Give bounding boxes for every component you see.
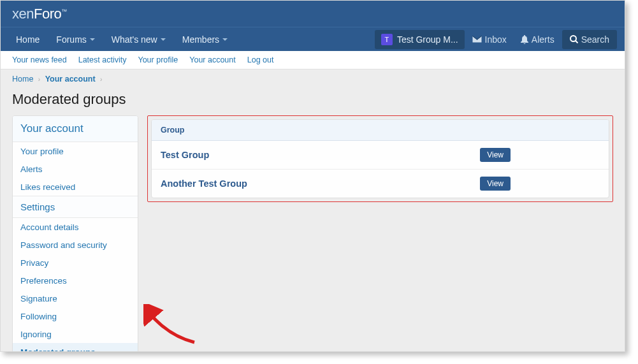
view-button[interactable]: View: [480, 148, 511, 162]
subnav-newsfeed[interactable]: Your news feed: [12, 55, 67, 64]
breadcrumb-account[interactable]: Your account: [45, 75, 96, 84]
chevron-right-icon: ›: [100, 76, 102, 83]
header-top: xenForo™: [1, 1, 625, 27]
search-button[interactable]: Search: [562, 30, 617, 49]
chevron-down-icon: [222, 38, 228, 41]
breadcrumb-home[interactable]: Home: [12, 75, 33, 84]
avatar: T: [381, 34, 393, 45]
sidebar-item-privacy[interactable]: Privacy: [13, 254, 138, 272]
subnav-logout[interactable]: Log out: [247, 55, 274, 64]
groups-table: Group Test Group View Another Test Group…: [151, 119, 609, 198]
nav-members[interactable]: Members: [175, 29, 235, 50]
logo-tm: ™: [61, 8, 67, 14]
user-menu[interactable]: T Test Group M...: [375, 30, 465, 49]
nav-right: T Test Group M... Inbox Alerts Search: [375, 30, 617, 49]
inbox-button[interactable]: Inbox: [466, 30, 513, 49]
main-content: Group Test Group View Another Test Group…: [147, 115, 613, 202]
table-row: Test Group View: [152, 141, 609, 170]
sidebar-item-preferences[interactable]: Preferences: [13, 272, 138, 289]
view-button[interactable]: View: [480, 177, 511, 191]
logo-suffix: Foro: [34, 6, 61, 22]
breadcrumb: Home › Your account ›: [1, 69, 625, 89]
sidebar-item-signature[interactable]: Signature: [13, 289, 138, 307]
envelope-icon: [472, 36, 482, 43]
sub-nav: Your news feed Latest activity Your prof…: [1, 51, 625, 69]
bell-icon: [521, 35, 528, 44]
main-nav: Home Forums What's new Members T Test Gr…: [1, 27, 625, 51]
highlight-annotation: Group Test Group View Another Test Group…: [147, 115, 613, 202]
svg-point-0: [570, 36, 576, 41]
search-icon: [570, 35, 578, 43]
chevron-down-icon: [161, 38, 166, 41]
sidebar-header: Your account: [13, 116, 138, 142]
sidebar-item-moderated-groups[interactable]: Moderated groups: [13, 343, 138, 352]
subnav-latest[interactable]: Latest activity: [78, 55, 127, 64]
alerts-button[interactable]: Alerts: [514, 30, 561, 49]
chevron-right-icon: ›: [38, 76, 40, 83]
group-link[interactable]: Test Group: [161, 150, 209, 160]
sidebar-item-likes[interactable]: Likes received: [13, 178, 138, 196]
subnav-profile[interactable]: Your profile: [138, 55, 178, 64]
group-link[interactable]: Another Test Group: [161, 178, 247, 189]
table-row: Another Test Group View: [152, 170, 609, 198]
sidebar-item-following[interactable]: Following: [13, 307, 138, 325]
sidebar-item-profile[interactable]: Your profile: [13, 142, 138, 160]
nav-home[interactable]: Home: [8, 29, 47, 50]
logo-prefix: xen: [12, 6, 34, 22]
sidebar: Your account Your profile Alerts Likes r…: [12, 115, 138, 352]
sidebar-item-ignoring[interactable]: Ignoring: [13, 325, 138, 343]
sidebar-item-account-details[interactable]: Account details: [13, 218, 138, 236]
logo[interactable]: xenForo™: [12, 6, 67, 22]
sidebar-item-alerts[interactable]: Alerts: [13, 160, 138, 178]
sidebar-item-password[interactable]: Password and security: [13, 236, 138, 254]
user-name: Test Group M...: [397, 34, 458, 45]
sidebar-subheader-settings: Settings: [13, 196, 138, 218]
nav-left: Home Forums What's new Members: [8, 29, 235, 50]
sidebar-block: Your account Your profile Alerts Likes r…: [12, 115, 138, 352]
table-header: Group: [152, 120, 609, 141]
page-title: Moderated groups: [1, 89, 625, 115]
main-layout: Your account Your profile Alerts Likes r…: [1, 115, 625, 352]
chevron-down-icon: [90, 38, 95, 41]
nav-forums[interactable]: Forums: [48, 29, 102, 50]
nav-whatsnew[interactable]: What's new: [104, 29, 173, 50]
subnav-account[interactable]: Your account: [189, 55, 236, 64]
